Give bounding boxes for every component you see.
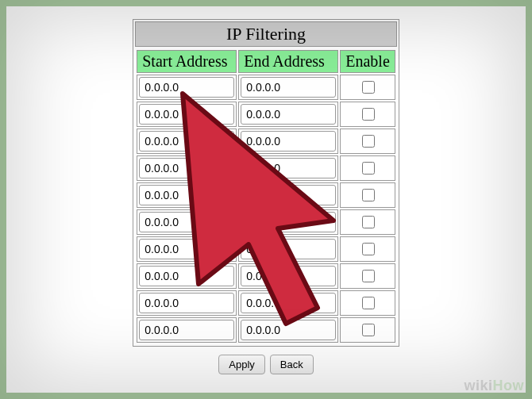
cell-end: [238, 317, 338, 343]
col-start-address: Start Address: [137, 50, 237, 73]
cell-end: [238, 209, 338, 235]
table-row: [137, 290, 395, 316]
table-row: [137, 263, 395, 289]
cell-enable: [340, 290, 395, 316]
watermark-how: How: [493, 378, 525, 393]
cell-end: [238, 263, 338, 289]
cell-start: [137, 263, 237, 289]
enable-checkbox[interactable]: [362, 189, 375, 201]
table-row: [137, 155, 395, 181]
end-address-input[interactable]: [241, 266, 336, 286]
start-address-input[interactable]: [139, 212, 234, 232]
cell-start: [137, 290, 237, 316]
cell-end: [238, 155, 338, 181]
end-address-input[interactable]: [241, 239, 336, 259]
start-address-input[interactable]: [139, 104, 234, 125]
cell-end: [238, 129, 338, 154]
table-row: [137, 102, 395, 127]
end-address-input[interactable]: [241, 77, 336, 98]
cell-end: [238, 290, 338, 316]
cell-end: [238, 236, 338, 262]
cell-end: [238, 182, 338, 208]
end-address-input[interactable]: [241, 185, 336, 205]
cell-enable: [340, 317, 395, 343]
end-address-input[interactable]: [241, 293, 336, 313]
start-address-input[interactable]: [139, 77, 234, 98]
cell-enable: [340, 155, 395, 181]
cell-end: [238, 75, 338, 100]
cell-start: [137, 155, 237, 181]
cell-enable: [340, 75, 395, 100]
table-row: [137, 317, 395, 343]
table-row: [137, 236, 395, 262]
cell-enable: [340, 129, 395, 154]
end-address-input[interactable]: [241, 212, 336, 232]
ip-filtering-table: Start Address End Address Enable: [135, 48, 397, 344]
start-address-input[interactable]: [139, 158, 234, 178]
end-address-input[interactable]: [241, 104, 336, 125]
col-end-address: End Address: [238, 50, 338, 73]
cell-start: [137, 129, 237, 154]
end-address-input[interactable]: [241, 131, 336, 152]
end-address-input[interactable]: [241, 320, 336, 340]
start-address-input[interactable]: [139, 320, 234, 340]
start-address-input[interactable]: [139, 266, 234, 286]
button-row: Apply Back: [218, 355, 313, 374]
enable-checkbox[interactable]: [362, 135, 375, 148]
table-row: [137, 182, 395, 208]
enable-checkbox[interactable]: [362, 243, 375, 255]
table-row: [137, 129, 395, 154]
enable-checkbox[interactable]: [362, 270, 375, 282]
end-address-input[interactable]: [241, 158, 336, 178]
ip-filtering-panel: IP Filtering Start Address End Address E…: [133, 19, 399, 347]
cell-enable: [340, 236, 395, 262]
cell-start: [137, 182, 237, 208]
back-button[interactable]: Back: [270, 355, 314, 374]
table-row: [137, 75, 395, 100]
cell-enable: [340, 102, 395, 127]
enable-checkbox[interactable]: [362, 162, 375, 175]
cell-start: [137, 236, 237, 262]
cell-start: [137, 75, 237, 100]
apply-button[interactable]: Apply: [218, 355, 265, 374]
enable-checkbox[interactable]: [362, 108, 375, 121]
panel-title: IP Filtering: [135, 21, 397, 47]
start-address-input[interactable]: [139, 131, 234, 152]
watermark-wiki: wiki: [464, 378, 492, 393]
cell-enable: [340, 263, 395, 289]
table-row: [137, 209, 395, 235]
app-canvas: IP Filtering Start Address End Address E…: [6, 6, 526, 393]
cell-start: [137, 102, 237, 127]
cell-end: [238, 102, 338, 127]
watermark: wikiHow: [464, 378, 524, 394]
start-address-input[interactable]: [139, 293, 234, 313]
cell-enable: [340, 209, 395, 235]
start-address-input[interactable]: [139, 185, 234, 205]
col-enable: Enable: [340, 50, 395, 73]
cell-start: [137, 317, 237, 343]
start-address-input[interactable]: [139, 239, 234, 259]
enable-checkbox[interactable]: [362, 297, 375, 309]
enable-checkbox[interactable]: [362, 324, 375, 336]
enable-checkbox[interactable]: [362, 216, 375, 228]
enable-checkbox[interactable]: [362, 81, 375, 94]
cell-start: [137, 209, 237, 235]
cell-enable: [340, 182, 395, 208]
